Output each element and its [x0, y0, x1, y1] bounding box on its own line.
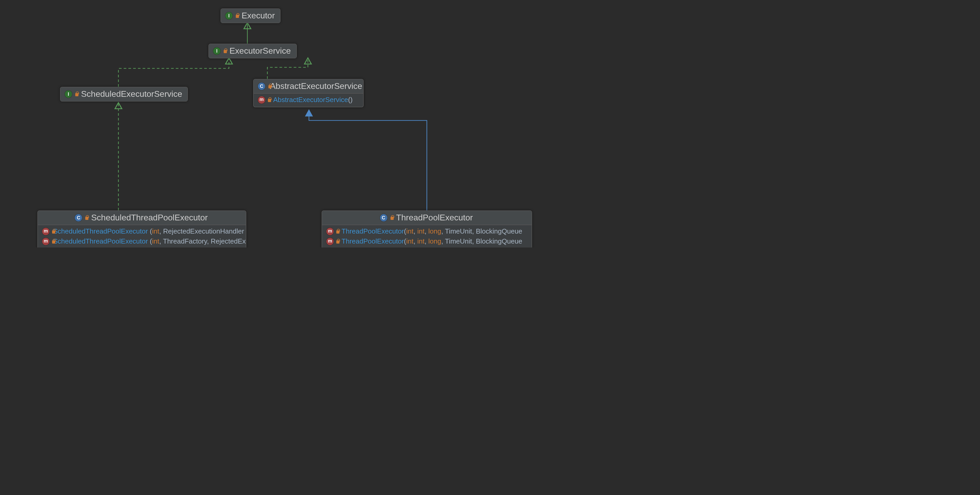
title-text: AbstractExecutorService	[270, 81, 362, 91]
class-icon: C	[75, 214, 83, 222]
interface-icon: I	[65, 90, 72, 98]
member-row[interactable]: mScheduledThreadPoolExecutor (int, Threa…	[42, 236, 242, 246]
member-name: ScheduledThreadPoolExecutor	[57, 247, 152, 248]
method-icon: m	[42, 238, 49, 245]
member-sig: (int, int, long, TimeUnit, BlockingQueue	[404, 227, 522, 235]
member-row[interactable]: m AbstractExecutorService()	[258, 95, 359, 105]
node-title: I ScheduledExecutorService	[60, 87, 188, 101]
node-executor[interactable]: I Executor	[221, 8, 280, 23]
title-text: ScheduledThreadPoolExecutor	[91, 213, 208, 222]
lock-icon	[223, 48, 228, 54]
node-title: C ScheduledThreadPoolExecutor	[38, 211, 246, 225]
title-text: ThreadPoolExecutor	[396, 213, 473, 222]
interface-icon: I	[213, 48, 221, 55]
member-name: ScheduledThreadPoolExecutor	[53, 227, 148, 235]
method-icon: m	[258, 96, 265, 103]
uml-diagram-canvas[interactable]: I Executor I ExecutorService I Scheduled…	[0, 0, 980, 248]
member-name: ThreadPoolExecutor	[342, 237, 404, 245]
node-threadpoolexecutor[interactable]: C ThreadPoolExecutor mThreadPoolExecutor…	[321, 210, 532, 248]
member-name: AbstractExecutorService	[273, 96, 348, 104]
title-text: Executor	[242, 11, 275, 21]
node-title: C AbstractExecutorService	[254, 79, 363, 94]
member-sig: (int, int, long, TimeUnit, BlockingQueue	[404, 247, 522, 248]
member-sig: ()	[348, 96, 353, 104]
node-title: I Executor	[221, 9, 280, 22]
member-row[interactable]: mThreadPoolExecutor(int, int, long, Time…	[326, 246, 527, 248]
title-text: ExecutorService	[229, 46, 291, 56]
class-icon: C	[380, 214, 387, 222]
node-title: C ThreadPoolExecutor	[322, 211, 531, 225]
lock-icon	[336, 238, 340, 244]
member-name: ThreadPoolExecutor	[342, 227, 404, 235]
member-sig: (int, int, long, TimeUnit, BlockingQueue	[404, 237, 522, 245]
member-sig: (int, RejectedExecutionHandler )	[148, 227, 246, 235]
node-body: mThreadPoolExecutor(int, int, long, Time…	[322, 225, 531, 248]
lock-icon	[390, 215, 394, 221]
method-icon: m	[326, 227, 334, 235]
node-body: mScheduledThreadPoolExecutor (int, Rejec…	[38, 225, 246, 248]
member-row[interactable]: mThreadPoolExecutor(int, int, long, Time…	[326, 226, 527, 236]
node-title: I ExecutorService	[209, 44, 296, 58]
member-name: ThreadPoolExecutor	[342, 247, 404, 248]
lock-icon	[336, 228, 340, 234]
method-icon: m	[326, 238, 334, 245]
lock-icon	[85, 215, 89, 221]
class-icon: C	[258, 82, 265, 90]
node-abstractexecutorservice[interactable]: C AbstractExecutorService m AbstractExec…	[253, 79, 364, 107]
member-row[interactable]: mScheduledThreadPoolExecutor (int, Rejec…	[42, 226, 242, 236]
lock-icon	[75, 92, 79, 97]
member-row[interactable]: mThreadPoolExecutor(int, int, long, Time…	[326, 236, 527, 246]
member-sig: (int, ThreadFactory, RejectedExecu	[148, 237, 246, 245]
member-sig: (int)	[152, 247, 166, 248]
method-icon: m	[42, 227, 49, 235]
node-scheduledexecutorservice[interactable]: I ScheduledExecutorService	[60, 87, 188, 102]
member-name: ScheduledThreadPoolExecutor	[53, 237, 148, 245]
lock-icon	[267, 97, 272, 102]
node-scheduledthreadpoolexecutor[interactable]: C ScheduledThreadPoolExecutor mScheduled…	[37, 210, 246, 248]
interface-icon: I	[225, 12, 232, 19]
node-body: m AbstractExecutorService()	[254, 94, 363, 107]
member-row[interactable]: mScheduledThreadPoolExecutor (int)	[42, 246, 242, 248]
title-text: ScheduledExecutorService	[81, 89, 182, 99]
node-executorservice[interactable]: I ExecutorService	[208, 44, 297, 59]
lock-icon	[235, 13, 239, 18]
